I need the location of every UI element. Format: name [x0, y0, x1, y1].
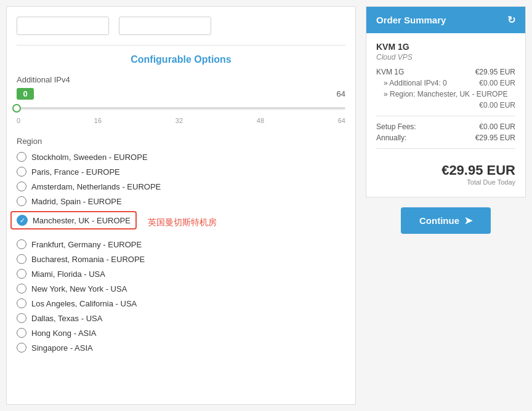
order-summary-header: Order Summary ↻	[366, 7, 525, 33]
region-option-singapore[interactable]: Singapore - ASIA	[17, 343, 345, 353]
order-line-ipv4-value: €0.00 EUR	[479, 79, 515, 87]
order-total-label: Total Due Today	[376, 178, 515, 186]
order-divider-2	[376, 148, 515, 149]
region-label-dallas: Dallas, Texas - USA	[31, 314, 102, 323]
order-line-region-value: €0.00 EUR	[376, 101, 515, 110]
region-radio-dallas[interactable]	[17, 313, 26, 323]
order-line-region-price: €0.00 EUR	[479, 101, 515, 110]
region-radio-miami[interactable]	[17, 269, 26, 279]
slider-ticks: 0 16 32 48 64	[17, 117, 345, 124]
region-radio-madrid[interactable]	[17, 196, 26, 206]
region-label-singapore: Singapore - ASIA	[31, 343, 93, 353]
region-label: Region	[17, 137, 345, 146]
tick-64: 64	[338, 117, 345, 124]
region-radio-hongkong[interactable]	[17, 328, 26, 338]
order-line-region-label: » Region: Manchester, UK - EUROPE	[384, 90, 507, 98]
region-radio-frankfurt[interactable]	[17, 239, 26, 249]
region-option-hongkong[interactable]: Hong Kong - ASIA	[17, 328, 345, 338]
continue-button-label: Continue	[419, 215, 459, 226]
ipv4-slider-track[interactable]	[17, 102, 345, 114]
ipv4-label: Additional IPv4	[17, 75, 345, 84]
region-radio-bucharest[interactable]	[17, 254, 26, 264]
region-option-miami[interactable]: Miami, Florida - USA	[17, 269, 345, 279]
region-option-bucharest[interactable]: Bucharest, Romania - EUROPE	[17, 254, 345, 264]
order-divider-1	[376, 116, 515, 116]
ipv4-current-value: 0	[17, 88, 34, 100]
region-label-paris: Paris, France - EUROPE	[31, 167, 120, 177]
manchester-checkmark-icon: ✓	[17, 215, 28, 226]
region-section: Region Stockholm, Sweeden - EUROPE Paris…	[17, 137, 345, 353]
region-label-manchester: Manchester, UK - EUROPE	[33, 216, 131, 225]
region-option-madrid[interactable]: Madrid, Spain - EUROPE	[17, 196, 345, 206]
region-label-frankfurt: Frankfurt, Germany - EUROPE	[31, 240, 142, 249]
region-label-newyork: New York, New York - USA	[31, 284, 127, 293]
order-line-kvm-label: KVM 1G	[376, 68, 404, 76]
order-line-ipv4-label: » Additional IPv4: 0	[384, 79, 447, 87]
order-product-name: KVM 1G	[376, 42, 515, 52]
order-annually-value: €29.95 EUR	[475, 134, 515, 142]
order-setup-label: Setup Fees:	[376, 122, 416, 131]
region-radio-amsterdam[interactable]	[17, 182, 26, 191]
slider-track-bg	[17, 107, 345, 110]
region-option-paris[interactable]: Paris, France - EUROPE	[17, 167, 345, 177]
order-summary-box: Order Summary ↻ KVM 1G Cloud VPS KVM 1G …	[366, 6, 526, 198]
order-body: KVM 1G Cloud VPS KVM 1G €29.95 EUR » Add…	[366, 33, 525, 197]
region-option-stockholm[interactable]: Stockholm, Sweeden - EUROPE	[17, 152, 345, 162]
continue-button[interactable]: Continue ➤	[401, 207, 491, 234]
order-annually-label: Annually:	[376, 134, 406, 142]
region-option-frankfurt[interactable]: Frankfurt, Germany - EUROPE	[17, 239, 345, 249]
tick-0: 0	[17, 117, 20, 124]
region-annotation: 英国曼切斯特机房	[148, 217, 217, 228]
slider-thumb[interactable]	[12, 104, 21, 113]
order-summary-title: Order Summary	[376, 15, 446, 25]
region-radio-losangeles[interactable]	[17, 298, 26, 308]
region-label-losangeles: Los Angeles, California - USA	[31, 299, 137, 308]
section-title: Configurable Options	[17, 45, 345, 65]
region-label-hongkong: Hong Kong - ASIA	[31, 329, 97, 338]
tick-32: 32	[175, 117, 183, 124]
region-label-amsterdam: Amsterdam, Netherlands - EUROPE	[31, 182, 161, 191]
field-1-input[interactable]: 1131	[17, 17, 109, 35]
ipv4-max-value: 64	[337, 89, 345, 98]
order-total-section: €29.95 EUR Total Due Today	[376, 155, 515, 188]
ipv4-slider-section: Additional IPv4 0 64 0 16 32 48 64	[17, 75, 345, 124]
region-radio-singapore[interactable]	[17, 343, 26, 353]
order-summary-panel: Order Summary ↻ KVM 1G Cloud VPS KVM 1G …	[366, 6, 526, 405]
continue-btn-wrapper: Continue ➤	[366, 198, 526, 244]
region-option-losangeles[interactable]: Los Angeles, California - USA	[17, 298, 345, 308]
region-label-miami: Miami, Florida - USA	[31, 269, 105, 279]
region-option-manchester[interactable]: ✓ Manchester, UK - EUROPE	[10, 211, 137, 229]
region-option-dallas[interactable]: Dallas, Texas - USA	[17, 313, 345, 323]
order-product-sub: Cloud VPS	[376, 53, 515, 62]
region-radio-stockholm[interactable]	[17, 152, 26, 162]
order-line-ipv4: » Additional IPv4: 0 €0.00 EUR	[376, 79, 515, 87]
region-option-newyork[interactable]: New York, New York - USA	[17, 284, 345, 293]
field-2-input[interactable]: 1132	[119, 17, 211, 35]
order-line-kvm-value: €29.95 EUR	[475, 68, 515, 76]
refresh-icon[interactable]: ↻	[507, 14, 515, 26]
order-line-kvm: KVM 1G €29.95 EUR	[376, 68, 515, 76]
order-setup-fees: Setup Fees: €0.00 EUR	[376, 122, 515, 131]
top-inputs-row: 1131 1132	[17, 17, 345, 35]
continue-arrow-icon: ➤	[464, 215, 472, 226]
region-label-stockholm: Stockholm, Sweeden - EUROPE	[31, 153, 148, 162]
order-annually: Annually: €29.95 EUR	[376, 134, 515, 142]
tick-16: 16	[94, 117, 102, 124]
region-label-madrid: Madrid, Spain - EUROPE	[31, 197, 122, 206]
tick-48: 48	[257, 117, 264, 124]
region-option-amsterdam[interactable]: Amsterdam, Netherlands - EUROPE	[17, 182, 345, 191]
order-setup-value: €0.00 EUR	[479, 122, 515, 131]
region-radio-newyork[interactable]	[17, 284, 26, 293]
order-total-amount: €29.95 EUR	[376, 162, 515, 178]
order-line-region: » Region: Manchester, UK - EUROPE	[376, 90, 515, 98]
region-label-bucharest: Bucharest, Romania - EUROPE	[31, 255, 145, 264]
region-radio-paris[interactable]	[17, 167, 26, 177]
